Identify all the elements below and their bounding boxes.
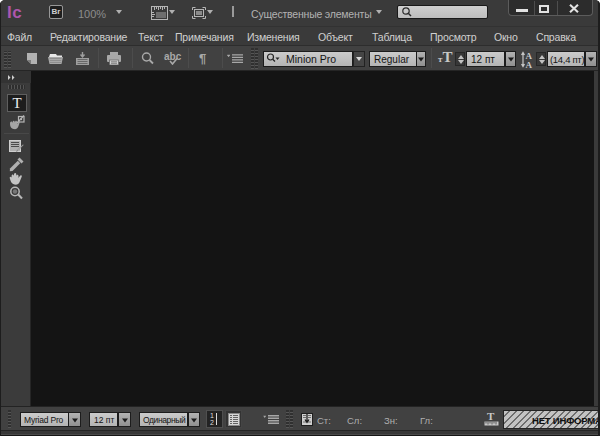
svg-text:A: A [526,60,533,69]
svg-text:T: T [487,411,495,422]
